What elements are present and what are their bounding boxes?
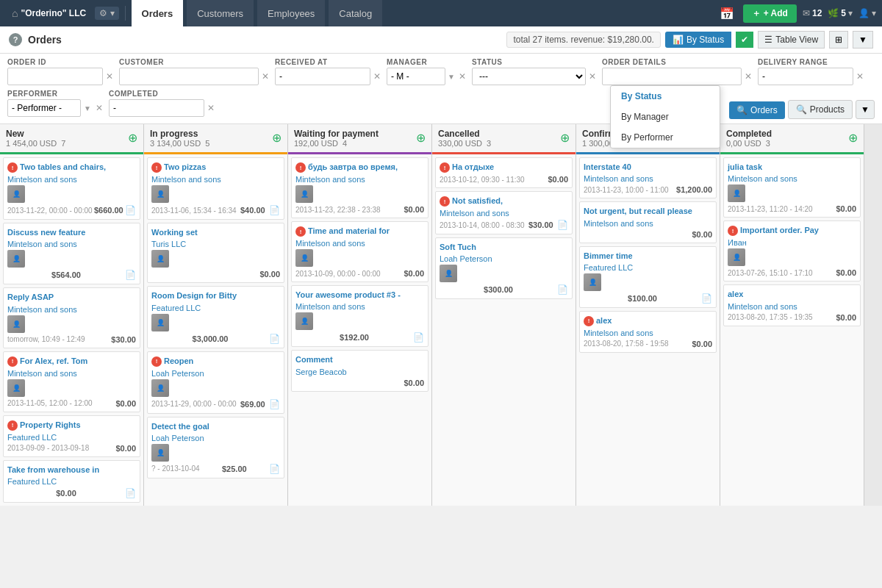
kanban-col-waiting: Waiting for payment 192,00 USD 4 ⊕ ! буд… [288,124,432,506]
col-add-waiting[interactable]: ⊕ [416,132,426,144]
table-view-button[interactable]: ☰ Table View [758,31,825,49]
order-details-clear[interactable]: ✕ [743,71,753,82]
card-date: 2013-10-09, 00:00 - 00:00 [295,270,381,278]
delivery-input[interactable] [758,68,853,85]
products-search-button[interactable]: 🔍 Products [788,100,853,119]
performer-clear[interactable]: ✕ [94,103,104,113]
col-add-completed[interactable]: ⊕ [848,132,858,144]
customer-input[interactable] [119,68,259,85]
status-select[interactable]: --- New In progress Waiting for payment … [472,68,586,85]
kanban-card-inprogress-0[interactable]: ! Two pizzas Mintelson and sons 👤 2013-1… [147,157,284,220]
user-badge[interactable]: 👤 ▾ [858,8,876,18]
customer-clear[interactable]: ✕ [260,71,270,82]
card-avatar-row: 👤 [295,185,424,203]
card-amount: $0.00 [836,268,856,277]
kanban-card-completed-0[interactable]: julia task Mintelson and sons 👤 2013-11-… [723,157,861,218]
filter-status: STATUS --- New In progress Waiting for p… [472,58,598,85]
received-clear[interactable]: ✕ [372,71,382,82]
kanban-card-completed-1[interactable]: ! Important order. Pay Иван 👤 2013-07-26… [723,220,861,282]
delivery-clear[interactable]: ✕ [855,71,865,82]
kanban-card-cancelled-1[interactable]: ! Not satisfied, Mintelson and sons 2013… [435,191,573,234]
kanban-card-new-0[interactable]: ! Two tables and chairs, Mintelson and s… [3,157,140,220]
groupby-dropdown: By Status By Manager By Performer [610,85,720,148]
kanban-card-new-3[interactable]: ! For Alex, ref. Tom Mintelson and sons … [3,351,140,412]
dropdown-item-by-performer[interactable]: By Performer [611,127,720,148]
nav-tab-orders[interactable]: Orders [132,0,184,26]
avatar: 👤 [728,184,745,202]
search-dropdown-toggle[interactable]: ▼ [856,100,875,119]
kanban-card-cancelled-0[interactable]: ! На отдыхе 2013-10-12, 09:30 - 11:30 $0… [435,157,573,188]
kanban-card-waiting-2[interactable]: Your awesome product #3 - Mintelson and … [291,285,429,347]
card-date: tomorrow, 10:49 - 12:49 [7,335,85,343]
kanban-card-inprogress-4[interactable]: Detect the goal Loah Peterson 👤 ? - 2013… [147,417,284,478]
status-clear[interactable]: ✕ [587,71,598,82]
nav-tab-employees[interactable]: Employees [257,0,326,26]
avatar: 👤 [584,273,601,291]
manager-input[interactable] [387,68,445,85]
by-status-button[interactable]: 📊 By Status [665,32,731,48]
leaf-badge[interactable]: 🌿 5 ▾ [828,8,853,18]
kanban-card-new-2[interactable]: Reply ASAP Mintelson and sons 👤 tomorrow… [3,287,140,348]
kanban-card-waiting-1[interactable]: ! Time and material for Mintelson and so… [291,221,429,282]
check-button[interactable]: ✔ [736,32,753,48]
card-title-row: ! Two tables and chairs, [7,162,136,173]
received-input[interactable] [275,68,370,85]
kanban-card-confirmed-0[interactable]: Interstate 40 Mintelson and sons 2013-11… [579,157,717,198]
add-button[interactable]: ＋ + Add [743,4,797,23]
completed-input[interactable] [109,99,204,117]
calendar-icon[interactable]: 📅 [717,5,737,22]
col-add-inprogress[interactable]: ⊕ [272,132,282,144]
kanban-card-completed-2[interactable]: alex Mintelson and sons 2013-08-20, 17:3… [723,284,861,326]
kanban-card-confirmed-3[interactable]: ! alex Mintelson and sons 2013-08-20, 17… [579,311,717,353]
mail-badge[interactable]: ✉ 12 [803,8,822,18]
card-bottom: tomorrow, 10:49 - 12:49 $30.00 [7,335,136,344]
performer-dropdown[interactable]: ▼ [82,104,93,112]
nav-tab-customers[interactable]: Customers [187,0,254,26]
card-alert-icon: ! [584,316,594,326]
help-button[interactable]: ? [9,33,22,46]
dropdown-item-by-manager[interactable]: By Manager [611,107,720,127]
settings-button[interactable]: ⚙ ▾ [95,7,118,20]
manager-clear-1[interactable]: ▼ [447,73,456,81]
kanban-card-waiting-3[interactable]: Comment Serge Beacob $0.00 [291,350,429,391]
filter-button[interactable]: ▼ [853,31,873,49]
card-title-row: Room Design for Bitty [151,290,280,301]
kanban-card-confirmed-1[interactable]: Not urgent, but recall please Mintelson … [579,201,717,243]
order-id-clear[interactable]: ✕ [104,71,115,82]
kanban-card-cancelled-2[interactable]: Soft Tuch Loah Peterson 👤 $300.00 📄 [435,237,573,299]
card-company: Mintelson and sons [295,175,424,184]
card-avatar-row: 👤 [151,250,280,268]
completed-clear[interactable]: ✕ [206,103,216,113]
kanban-card-waiting-0[interactable]: ! будь завтра во время, Mintelson and so… [291,157,429,218]
col-add-cancelled[interactable]: ⊕ [560,132,570,144]
kanban-card-new-5[interactable]: Take from warehouse in Featured LLC $0.0… [3,460,140,503]
kanban-card-inprogress-1[interactable]: Working set Turis LLC 👤 $0.00 [147,223,284,283]
kanban-card-confirmed-2[interactable]: Bimmer time Featured LLC 👤 $100.00 📄 [579,246,717,308]
card-company: Featured LLC [7,433,136,442]
col-content-waiting: ! будь завтра во время, Mintelson and so… [288,154,431,395]
nav-tab-catalog[interactable]: Catalog [329,0,383,26]
grid-view-button[interactable]: ⊞ [829,31,848,49]
orders-search-button[interactable]: 🔍 Orders [729,101,785,119]
kanban-card-inprogress-2[interactable]: Room Design for Bitty Featured LLC 👤 $3,… [147,286,284,348]
col-header-waiting: Waiting for payment 192,00 USD 4 ⊕ [288,124,431,154]
card-company: Mintelson and sons [295,239,424,248]
card-bottom: 2013-10-12, 09:30 - 11:30 $0.00 [440,175,568,184]
avatar: 👤 [7,185,25,203]
kanban-card-inprogress-3[interactable]: ! Reopen Loah Peterson 👤 2013-11-29, 00:… [147,351,284,414]
card-title: На отдыхе [452,162,494,172]
col-add-new[interactable]: ⊕ [128,132,137,144]
card-title: alex [728,289,743,299]
card-date: 2013-11-05, 12:00 - 12:00 [7,399,93,407]
kanban-card-new-1[interactable]: Discuss new feature Mintelson and sons 👤… [3,223,140,284]
card-title: Property Rights [20,420,81,430]
performer-input[interactable] [7,99,81,117]
avatar: 👤 [151,314,169,331]
col-content-inprogress: ! Two pizzas Mintelson and sons 👤 2013-1… [144,154,287,481]
dropdown-item-by-status[interactable]: By Status [611,86,720,107]
manager-clear-2[interactable]: ✕ [457,71,467,82]
card-amount: $0.00 [692,230,712,239]
kanban-card-new-4[interactable]: ! Property Rights Featured LLC 2013-09-0… [3,415,140,457]
order-details-input[interactable] [602,68,742,85]
order-id-input[interactable] [7,68,103,85]
